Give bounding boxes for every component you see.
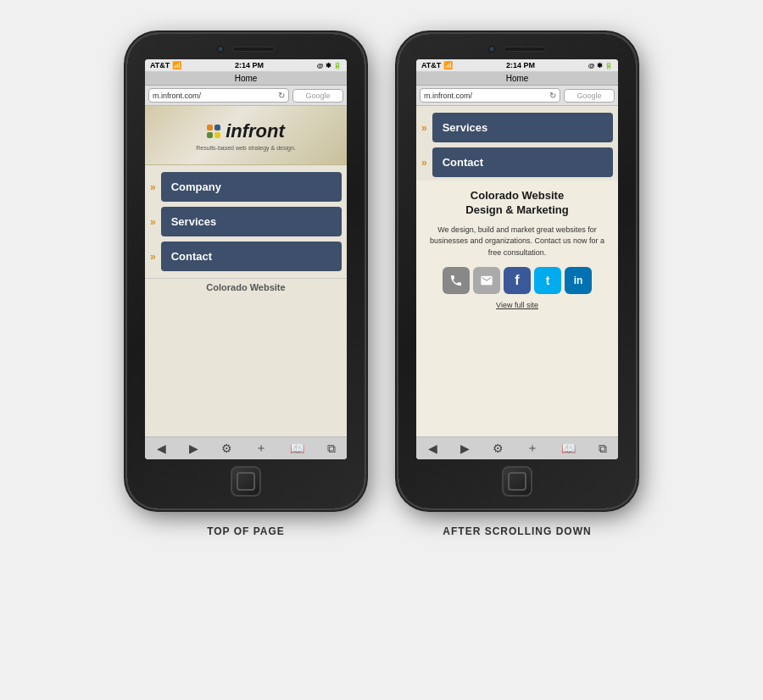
forward-button[interactable]: ▶ bbox=[189, 442, 198, 455]
url-text: m.infront.com/ bbox=[153, 92, 201, 100]
url-field[interactable]: m.infront.com/ ↻ bbox=[148, 88, 289, 103]
tabs-icon[interactable]: ⧉ bbox=[327, 442, 336, 456]
time-display-right: 2:14 PM bbox=[506, 61, 535, 69]
partial-page-text: Colorado Website bbox=[145, 278, 347, 296]
logo: infront bbox=[153, 120, 338, 142]
site-content-left: infront Results-based web strategy & des… bbox=[145, 106, 347, 436]
nav-menu-left: » Company » Services » Contact bbox=[145, 165, 347, 278]
social-icons: f t in bbox=[426, 267, 608, 294]
home-button-inner bbox=[237, 472, 255, 491]
nav-item-services-scrolled[interactable]: » Services bbox=[421, 113, 613, 142]
settings-icon[interactable]: ⚙ bbox=[221, 442, 232, 455]
nav-item-services[interactable]: » Services bbox=[150, 207, 342, 236]
browser-tab-label-right: Home bbox=[506, 74, 529, 83]
search-field-right[interactable]: Google bbox=[564, 89, 615, 103]
content-heading: Colorado Website Design & Marketing bbox=[426, 189, 608, 218]
contact-nav-button-scrolled[interactable]: Contact bbox=[432, 147, 613, 177]
left-phone-top bbox=[136, 46, 356, 53]
left-phone-bottom bbox=[231, 466, 261, 497]
earpiece-speaker bbox=[232, 47, 275, 52]
nav-item-contact[interactable]: » Contact bbox=[150, 242, 342, 271]
chevron-icon: » bbox=[150, 251, 156, 263]
carrier-label-right: AT&T bbox=[421, 61, 441, 69]
chevron-icon: » bbox=[421, 157, 427, 169]
time-display: 2:14 PM bbox=[235, 61, 264, 69]
back-button[interactable]: ◀ bbox=[157, 442, 166, 455]
url-field-right[interactable]: m.infront.com/ ↻ bbox=[420, 88, 560, 103]
browser-tab-bar: Home bbox=[145, 72, 347, 86]
services-nav-button[interactable]: Services bbox=[161, 207, 342, 236]
content-section: Colorado Website Design & Marketing We d… bbox=[416, 181, 618, 436]
right-phone-container: AT&T 📶 2:14 PM @ ✱ 🔋 Home m.infront.com/ bbox=[398, 34, 636, 537]
infront-header: infront Results-based web strategy & des… bbox=[145, 106, 347, 165]
email-icon[interactable] bbox=[473, 267, 500, 294]
carrier-label: AT&T bbox=[150, 61, 170, 69]
front-camera-right bbox=[488, 46, 495, 53]
browser-tab-label: Home bbox=[235, 74, 258, 83]
tabs-icon-right[interactable]: ⧉ bbox=[599, 442, 607, 456]
dot-blue bbox=[214, 125, 220, 131]
wifi-icon: 📶 bbox=[172, 61, 181, 69]
search-field[interactable]: Google bbox=[292, 89, 343, 103]
logo-text: infront bbox=[226, 120, 285, 142]
bookmarks-icon[interactable]: 📖 bbox=[290, 442, 304, 455]
logo-dots bbox=[207, 125, 220, 138]
reload-icon[interactable]: ↻ bbox=[278, 91, 285, 100]
add-tab-icon-right[interactable]: ＋ bbox=[526, 441, 538, 456]
nav-item-contact-scrolled[interactable]: » Contact bbox=[421, 147, 613, 177]
facebook-icon[interactable]: f bbox=[504, 267, 531, 294]
right-phone: AT&T 📶 2:14 PM @ ✱ 🔋 Home m.infront.com/ bbox=[398, 34, 636, 508]
home-button-right[interactable] bbox=[502, 466, 532, 497]
chevron-icon: » bbox=[150, 216, 156, 228]
nav-item-company[interactable]: » Company bbox=[150, 172, 342, 202]
status-bar: AT&T 📶 2:14 PM @ ✱ 🔋 bbox=[145, 59, 347, 72]
contact-nav-button[interactable]: Contact bbox=[161, 242, 342, 271]
browser-toolbar-left[interactable]: ◀ ▶ ⚙ ＋ 📖 ⧉ bbox=[145, 436, 347, 459]
left-phone-label: TOP OF PAGE bbox=[207, 525, 285, 537]
earpiece-speaker-right bbox=[504, 47, 546, 52]
dot-yellow bbox=[214, 132, 220, 138]
linkedin-icon[interactable]: in bbox=[565, 267, 592, 294]
scrolled-nav: » Services » Contact bbox=[416, 106, 618, 181]
view-full-site-link[interactable]: View full site bbox=[426, 301, 608, 309]
tagline: Results-based web strategy & design. bbox=[153, 145, 338, 151]
url-text-right: m.infront.com/ bbox=[424, 92, 472, 100]
content-body: We design, build and market great websit… bbox=[426, 225, 608, 259]
home-button-inner-right bbox=[508, 472, 526, 491]
right-phone-label: AFTER SCROLLING DOWN bbox=[443, 525, 591, 537]
services-nav-button-scrolled[interactable]: Services bbox=[432, 113, 613, 142]
home-button[interactable] bbox=[231, 466, 261, 497]
twitter-icon[interactable]: t bbox=[534, 267, 561, 294]
settings-icon-right[interactable]: ⚙ bbox=[493, 442, 504, 455]
browser-url-bar[interactable]: m.infront.com/ ↻ Google bbox=[145, 86, 347, 106]
status-icons: @ ✱ 🔋 bbox=[317, 62, 342, 69]
company-nav-button[interactable]: Company bbox=[161, 172, 342, 202]
browser-url-bar-right[interactable]: m.infront.com/ ↻ Google bbox=[416, 86, 618, 106]
bookmarks-icon-right[interactable]: 📖 bbox=[561, 442, 576, 455]
browser-tab-bar-right: Home bbox=[416, 72, 618, 86]
site-content-right: » Services » Contact Colorado Website De… bbox=[416, 106, 618, 436]
status-bar-right: AT&T 📶 2:14 PM @ ✱ 🔋 bbox=[416, 59, 618, 72]
chevron-icon: » bbox=[150, 181, 156, 193]
left-phone-container: AT&T 📶 2:14 PM @ ✱ 🔋 Home m.infront.com/ bbox=[127, 34, 365, 537]
browser-toolbar-right[interactable]: ◀ ▶ ⚙ ＋ 📖 ⧉ bbox=[416, 436, 618, 459]
right-phone-bottom bbox=[502, 466, 532, 497]
dot-orange bbox=[207, 125, 213, 131]
right-phone-screen: AT&T 📶 2:14 PM @ ✱ 🔋 Home m.infront.com/ bbox=[416, 59, 618, 459]
right-phone-top bbox=[407, 46, 627, 53]
chevron-icon: » bbox=[421, 122, 427, 134]
left-phone: AT&T 📶 2:14 PM @ ✱ 🔋 Home m.infront.com/ bbox=[127, 34, 365, 508]
back-button-right[interactable]: ◀ bbox=[428, 442, 437, 455]
front-camera bbox=[217, 46, 224, 53]
phone-icon[interactable] bbox=[443, 267, 470, 294]
reload-icon-right[interactable]: ↻ bbox=[549, 91, 556, 100]
forward-button-right[interactable]: ▶ bbox=[460, 442, 470, 455]
left-phone-screen: AT&T 📶 2:14 PM @ ✱ 🔋 Home m.infront.com/ bbox=[145, 59, 347, 459]
dot-green bbox=[207, 132, 213, 138]
add-tab-icon[interactable]: ＋ bbox=[255, 441, 267, 456]
status-icons-right: @ ✱ 🔋 bbox=[588, 62, 613, 69]
wifi-icon-right: 📶 bbox=[443, 61, 453, 69]
